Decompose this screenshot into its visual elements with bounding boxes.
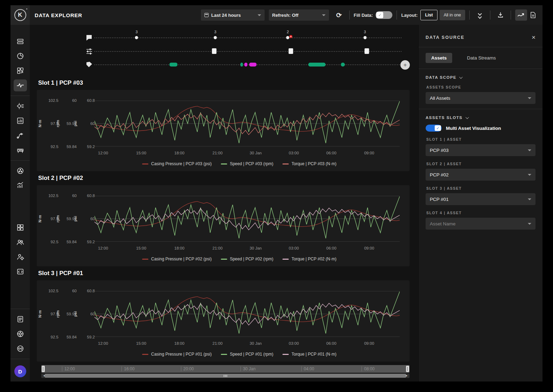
download-button[interactable] [495, 9, 506, 21]
legend-label: Speed | PCP #02 (rpm) [230, 257, 273, 261]
close-icon[interactable]: × [532, 34, 536, 41]
sidebar-item-apps[interactable] [14, 222, 27, 233]
legend-item[interactable]: Speed | PCP #03 (rpm) [221, 161, 273, 166]
tag-segment[interactable] [244, 63, 247, 66]
layout-all-in-one-button[interactable]: All in one [440, 10, 465, 20]
assets-slots-header[interactable]: ASSETS SLOTS [426, 109, 536, 121]
tag-segment[interactable] [169, 63, 177, 66]
axis-unit-label: psi [73, 311, 77, 317]
events-timeline: 3323+ [30, 25, 418, 77]
event-marker[interactable] [286, 36, 289, 39]
legend-item[interactable]: Speed | PCP #01 (rpm) [221, 352, 273, 357]
y-axes: N·m102.597.592.5rpm6059.9259.84psi60.860… [37, 100, 94, 147]
data-scope-header[interactable]: DATA SCOPE [426, 69, 536, 81]
sidebar-item-asset-config[interactable] [14, 100, 27, 112]
event-marker[interactable] [289, 48, 293, 54]
multi-asset-toggle[interactable]: ✓ [426, 125, 442, 132]
legend-item[interactable]: Casing Pressure | PCP #03 (psi) [142, 161, 212, 166]
legend-item[interactable]: Speed | PCP #02 (rpm) [221, 257, 273, 261]
event-marker[interactable] [214, 36, 217, 39]
tag-segment[interactable] [308, 63, 326, 66]
fill-data-toggle[interactable]: ✓ [376, 11, 392, 19]
range-band[interactable]: 12:0016:0020:0030 Jan04:0008:00 [41, 365, 410, 373]
slot-2-asset-select[interactable]: PCP #02 [426, 169, 536, 181]
tab-data-streams[interactable]: Data Streams [461, 53, 502, 63]
sidebar-item-production[interactable] [14, 35, 27, 47]
refresh-select[interactable]: Refresh: Off [269, 9, 329, 21]
layout-list-button[interactable]: List [420, 10, 437, 20]
legend-item[interactable]: Casing Pressure | PCP #02 (psi) [142, 257, 212, 261]
range-label: 12:00 [62, 366, 75, 371]
tag-segment[interactable] [240, 63, 243, 66]
legend-item[interactable]: Casing Pressure | PCP #01 (psi) [142, 352, 212, 357]
sidebar-item-users[interactable] [14, 236, 27, 248]
x-tick-label: 12:00 [98, 341, 108, 345]
alert-marker[interactable] [289, 35, 293, 38]
plot-area[interactable] [94, 291, 400, 337]
refresh-button[interactable]: ⟳ [333, 9, 345, 21]
sidebar-item-maintenance[interactable] [14, 144, 27, 156]
sidebar-item-api[interactable] [14, 343, 27, 355]
x-tick-label: 09:00 [364, 246, 374, 250]
legend-item[interactable]: Torque | PCP #01 (N·m) [282, 352, 336, 357]
sidebar-item-control[interactable] [14, 165, 27, 177]
axis-tick: 59.2 [87, 240, 95, 244]
slot-1-asset-select[interactable]: PCP #03 [426, 144, 536, 156]
sidebar-item-map[interactable] [14, 50, 27, 62]
add-annotation-button[interactable]: + [400, 60, 410, 70]
sidebar-item-data-explorer[interactable] [14, 79, 27, 91]
range-label: 20:00 [181, 366, 194, 371]
chevron-down-icon [465, 115, 469, 119]
event-count: 3 [214, 30, 216, 34]
slot-label: SLOT 1 | ASSET [426, 133, 536, 144]
range-handle-left[interactable] [42, 366, 45, 372]
users-icon [16, 238, 24, 246]
trend-view-button[interactable] [515, 9, 527, 21]
plot-area[interactable] [94, 100, 400, 147]
x-tick-label: 21:00 [212, 246, 223, 250]
event-marker[interactable] [212, 48, 217, 54]
range-handle-right[interactable] [406, 366, 409, 372]
tab-assets[interactable]: Assets [426, 53, 452, 63]
time-range-select[interactable]: Last 24 hours [201, 9, 265, 21]
chart-title: Slot 2 | PCP #02 [38, 175, 410, 182]
sidebar-item-reports[interactable] [14, 115, 27, 127]
axis-tick: 60.8 [87, 194, 95, 198]
app-logo[interactable]: K [10, 5, 30, 25]
sidebar-item-dashboards[interactable] [14, 65, 27, 77]
sidebar-item-routes[interactable] [14, 130, 27, 141]
sidebar-item-support[interactable] [14, 328, 27, 340]
sidebar-item-docs[interactable] [14, 313, 27, 325]
scrollbar-thumb[interactable] [45, 374, 406, 378]
x-tick-label: 09:00 [364, 151, 374, 155]
tag-segment[interactable] [341, 63, 345, 66]
slot-4-asset-select[interactable]: Asset Name [426, 218, 536, 230]
legend-item[interactable]: Torque | PCP #03 (N·m) [282, 161, 336, 166]
scroll-right-arrow-icon[interactable]: ► [405, 374, 408, 377]
top-bar: K DATA EXPLORER Last 24 hours Refresh: O… [10, 5, 542, 25]
sidebar-item-developer[interactable] [14, 266, 27, 278]
axis-unit-label: N·m [38, 215, 42, 222]
collapse-all-button[interactable] [474, 9, 486, 21]
chart-section: Slot 2 | PCP #02N·m102.597.592.5rpm6059.… [37, 175, 410, 266]
timeline-track [94, 51, 402, 52]
event-marker[interactable] [363, 36, 366, 39]
event-marker[interactable] [135, 36, 138, 39]
axis-tick: 92.5 [51, 145, 58, 149]
x-tick-label: 15:00 [136, 341, 146, 345]
sidebar-item-analytics[interactable] [14, 180, 27, 191]
x-tick-label: 30 Jan [250, 246, 262, 250]
event-marker[interactable] [364, 48, 369, 54]
user-avatar[interactable]: D [14, 365, 26, 377]
plot-area[interactable] [94, 196, 400, 242]
assets-scope-select[interactable]: All Assets [426, 92, 536, 104]
slot-3-asset-select[interactable]: PCP #01 [426, 193, 536, 205]
x-tick-label: 06:00 [326, 151, 336, 155]
legend-item[interactable]: Torque | PCP #02 (N·m) [282, 257, 336, 261]
report-button[interactable] [527, 9, 539, 21]
tag-segment[interactable] [249, 63, 257, 66]
x-tick-label: 18:00 [174, 151, 184, 155]
data-source-panel: DATA SOURCE × Assets Data Streams DATA S… [418, 25, 542, 382]
horizontal-scrollbar[interactable]: ◄ ► [41, 373, 410, 378]
sidebar-item-user-admin[interactable] [14, 251, 27, 263]
